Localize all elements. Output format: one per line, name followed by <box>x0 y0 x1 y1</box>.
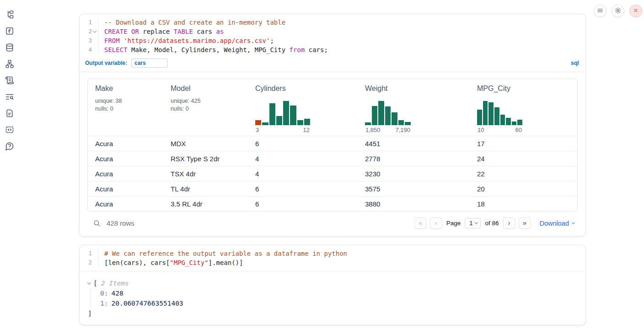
code-token: Make, Model, Cylinders, Weight, MPG_City <box>128 46 290 53</box>
table-header-row: Makeunique: 38nulls: 0Modelunique: 425nu… <box>88 79 577 136</box>
code-line[interactable]: 2[len(cars), cars["MPG_City"].mean()] <box>80 258 585 267</box>
column-header-mpg_city[interactable]: MPG_City1060 <box>470 79 577 136</box>
histogram-bar <box>398 120 404 125</box>
column-histogram: 312 <box>255 101 310 133</box>
table-row: Acura3.5 RL 4dr6388018 <box>88 196 577 211</box>
output-variable-row: Output variable: sql <box>80 57 585 72</box>
tree-root-row: [ 2 Items <box>88 278 577 288</box>
code-token: "MPG_City" <box>170 259 208 266</box>
tree-entry-key: 0: <box>100 288 108 298</box>
code-token: -- Download a CSV and create an in-memor… <box>104 19 285 26</box>
output-variable-label: Output variable: <box>85 60 127 66</box>
table-cell: Acura <box>88 170 163 178</box>
fold-chevron-icon[interactable] <box>92 30 97 33</box>
topbar <box>594 5 642 17</box>
tree-children: 0:4281:20.060747663551403 <box>91 288 577 308</box>
tree-entry: 0:428 <box>100 288 577 298</box>
column-header-weight[interactable]: Weight1,8507,190 <box>358 79 470 136</box>
first-page-button[interactable]: « <box>414 217 427 229</box>
histogram-bar <box>269 103 275 125</box>
tree-close-row: ] <box>88 308 577 318</box>
code-token: # We can reference the output variable a… <box>104 250 347 257</box>
histogram-bar <box>255 120 261 125</box>
code-token: ].mean()] <box>209 259 243 266</box>
python-cell: 1# We can reference the output variable … <box>79 245 586 325</box>
line-number: 2 <box>80 258 99 267</box>
code-token: cars; <box>305 46 328 53</box>
column-header-model[interactable]: Modelunique: 425nulls: 0 <box>163 79 248 136</box>
menu-icon <box>596 7 604 16</box>
table-cell: Acura <box>88 200 163 208</box>
python-code-editor[interactable]: 1# We can reference the output variable … <box>80 245 585 271</box>
histogram-bar <box>512 122 517 125</box>
code-line[interactable]: 4SELECT Make, Model, Cylinders, Weight, … <box>80 45 585 54</box>
close-icon <box>632 7 639 16</box>
histogram-bar <box>506 118 511 125</box>
line-number: 2 <box>80 27 99 36</box>
column-name: Weight <box>365 85 462 93</box>
column-header-cylinders[interactable]: Cylinders312 <box>248 79 358 136</box>
menu-button[interactable] <box>594 5 606 17</box>
histogram-min-label: 3 <box>256 127 259 133</box>
histogram-labels: 1,8507,190 <box>365 127 411 133</box>
page-select[interactable]: 1 <box>465 218 481 228</box>
sql-code-editor[interactable]: 1-- Download a CSV and create an in-memo… <box>80 14 585 57</box>
table-footer: 428 rows « ‹ Page 1 of 86 › » Download <box>87 211 578 230</box>
tree-entry-value: 20.060747663551403 <box>111 298 183 308</box>
code-line[interactable]: 1-- Download a CSV and create an in-memo… <box>80 18 585 27</box>
column-header-make[interactable]: Makeunique: 38nulls: 0 <box>88 79 163 136</box>
table-cell: 17 <box>470 140 577 148</box>
database-icon[interactable] <box>5 43 14 52</box>
table-cell: 2778 <box>358 155 470 163</box>
code-line[interactable]: 2CREATE OR replace TABLE cars as <box>80 27 585 36</box>
gear-button[interactable] <box>612 5 624 17</box>
code-text: [len(cars), cars["MPG_City"].mean()] <box>99 258 243 267</box>
histogram-bar <box>500 115 505 125</box>
pagination: « ‹ Page 1 of 86 › » Download <box>414 217 574 229</box>
histogram-max-label: 60 <box>515 127 522 133</box>
next-page-button[interactable]: › <box>503 217 515 229</box>
column-stat: nulls: 0 <box>95 105 156 113</box>
table-row: AcuraRSX Type S 2dr4277824 <box>88 151 577 166</box>
prev-page-button[interactable]: ‹ <box>430 217 442 229</box>
code-line[interactable]: 3FROM 'https://datasets.marimo.app/cars.… <box>80 36 585 45</box>
line-number-text: 3 <box>88 36 92 45</box>
file-tree-icon[interactable] <box>5 10 14 19</box>
documentation-icon[interactable] <box>5 109 14 118</box>
column-histogram: 1060 <box>477 101 522 133</box>
chevron-down-icon <box>475 221 478 224</box>
column-name: MPG_City <box>477 85 570 93</box>
line-number-text: 2 <box>88 258 92 267</box>
search-icon[interactable] <box>93 219 101 227</box>
download-button[interactable]: Download <box>540 220 575 227</box>
code-line[interactable]: 1# We can reference the output variable … <box>80 249 585 258</box>
scratchpad-icon[interactable] <box>5 76 14 85</box>
page-select-value: 1 <box>469 220 472 227</box>
function-icon[interactable] <box>5 26 14 36</box>
help-icon[interactable] <box>5 142 14 151</box>
histogram-bar <box>297 120 303 125</box>
dependency-graph-icon[interactable] <box>5 59 14 69</box>
table-cell: TSX 4dr <box>163 170 248 178</box>
line-number: 4 <box>80 45 99 54</box>
code-token: as <box>216 28 224 35</box>
histogram-bar <box>290 106 296 125</box>
table-cell: Acura <box>88 185 163 193</box>
table-cell: Acura <box>88 155 163 163</box>
table-cell: 22 <box>470 170 577 178</box>
collapse-chevron-icon[interactable] <box>88 282 93 285</box>
table-cell: RSX Type S 2dr <box>163 155 248 163</box>
snippets-icon[interactable] <box>5 125 14 134</box>
logs-icon[interactable] <box>5 92 14 101</box>
code-token: ; <box>270 37 274 44</box>
column-name: Model <box>171 85 241 93</box>
histogram-bar <box>483 101 488 125</box>
code-token: CREATE OR <box>104 28 139 35</box>
last-page-button[interactable]: » <box>519 217 531 229</box>
close-button[interactable] <box>629 5 642 17</box>
line-number: 1 <box>80 249 99 258</box>
histogram-bar <box>365 122 371 125</box>
language-badge[interactable]: sql <box>571 60 579 66</box>
output-variable-input[interactable] <box>131 58 168 68</box>
histogram-bar <box>477 110 482 125</box>
